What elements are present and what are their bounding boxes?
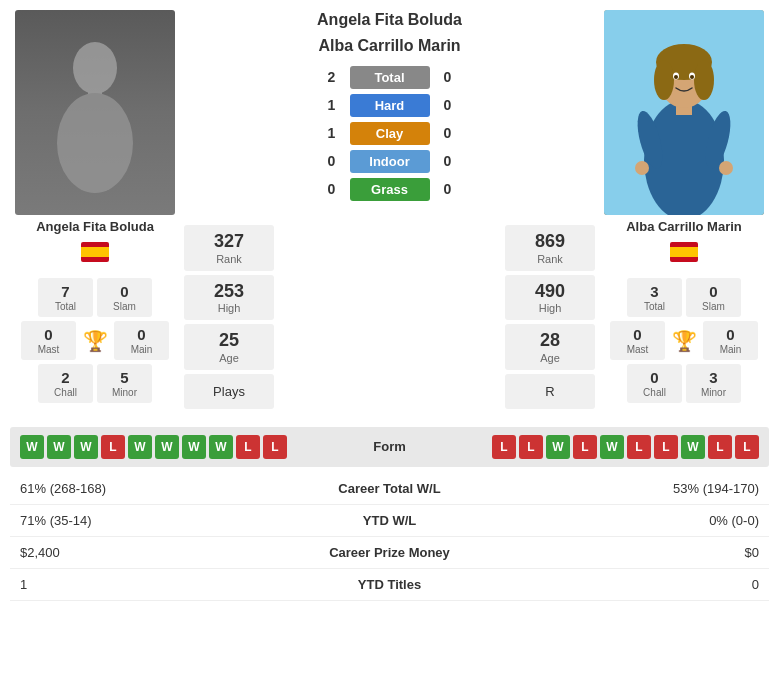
total-badge: Total — [350, 66, 430, 89]
surface-row-clay: 1 Clay 0 — [278, 122, 501, 145]
left-mast-box: 0 Mast — [21, 321, 76, 360]
left-main-value: 0 — [122, 326, 161, 344]
right-mast-box: 0 Mast — [610, 321, 665, 360]
svg-point-8 — [654, 60, 674, 100]
form-badge-right: L — [735, 435, 759, 459]
form-badge-right: L — [519, 435, 543, 459]
svg-point-17 — [719, 161, 733, 175]
main-container: Angela Fita Boluda 7 Total 0 Slam — [0, 0, 779, 601]
left-minor-box: 5 Minor — [97, 364, 152, 403]
surface-rows: 2 Total 0 1 Hard 0 1 Clay 0 0 — [278, 66, 501, 201]
left-center-stats: 327 Rank 253 High 25 Age Plays — [184, 225, 274, 409]
svg-point-0 — [73, 42, 117, 94]
right-high-value: 490 — [509, 281, 591, 303]
right-total-box: 3 Total — [627, 278, 682, 317]
left-total-label: Total — [46, 301, 85, 312]
left-age-box: 25 Age — [184, 324, 274, 370]
right-player-area: Alba Carrillo Marin 3 Total 0 Slam — [599, 10, 769, 403]
trophy-right: 🏆 — [669, 321, 699, 360]
form-badge-right: W — [546, 435, 570, 459]
right-center-stats: 869 Rank 490 High 28 Age R — [505, 225, 595, 409]
left-flag-icon — [81, 242, 109, 262]
left-high-value: 253 — [188, 281, 270, 303]
stat-center-label: YTD W/L — [276, 504, 504, 536]
left-main-box: 0 Main — [114, 321, 169, 360]
right-age-box: 28 Age — [505, 324, 595, 370]
stat-right-val: 0 — [503, 568, 769, 600]
stat-right-val: 53% (194-170) — [503, 473, 769, 505]
clay-score-left: 1 — [322, 125, 342, 141]
indoor-score-right: 0 — [438, 153, 458, 169]
right-player-photo — [604, 10, 764, 215]
form-label: Form — [373, 439, 406, 454]
right-total-label: Total — [635, 301, 674, 312]
left-age-value: 25 — [188, 330, 270, 352]
form-badge-right: L — [627, 435, 651, 459]
table-row: $2,400 Career Prize Money $0 — [10, 536, 769, 568]
form-badge-left: L — [263, 435, 287, 459]
right-high-label: High — [509, 302, 591, 314]
svg-point-12 — [674, 75, 678, 79]
right-main-label: Main — [711, 344, 750, 355]
left-plays-label: Plays — [188, 380, 270, 403]
right-slam-label: Slam — [694, 301, 733, 312]
left-plays-box: Plays — [184, 374, 274, 409]
right-chall-value: 0 — [635, 369, 674, 387]
surface-row-grass: 0 Grass 0 — [278, 178, 501, 201]
career-stats-table: 61% (268-168) Career Total W/L 53% (194-… — [10, 473, 769, 601]
left-stats-row-2: 0 Mast 🏆 0 Main — [10, 321, 180, 360]
right-rank-box: 869 Rank — [505, 225, 595, 271]
form-badge-left: W — [20, 435, 44, 459]
left-rank-value: 327 — [188, 231, 270, 253]
left-minor-label: Minor — [105, 387, 144, 398]
left-stats-row-3: 2 Chall 5 Minor — [10, 364, 180, 403]
right-rank-value: 869 — [509, 231, 591, 253]
left-mast-label: Mast — [29, 344, 68, 355]
left-mast-value: 0 — [29, 326, 68, 344]
left-slam-label: Slam — [105, 301, 144, 312]
right-flag-icon — [670, 242, 698, 262]
right-player-name-header: Alba Carrillo Marin — [318, 36, 460, 57]
stat-left-val: 1 — [10, 568, 276, 600]
right-plays-box: R — [505, 374, 595, 409]
form-badge-right: W — [600, 435, 624, 459]
form-badge-left: W — [209, 435, 233, 459]
stat-left-val: 61% (268-168) — [10, 473, 276, 505]
left-slam-box: 0 Slam — [97, 278, 152, 317]
form-badge-left: L — [236, 435, 260, 459]
left-slam-value: 0 — [105, 283, 144, 301]
right-total-value: 3 — [635, 283, 674, 301]
left-player-stats: 7 Total 0 Slam 0 Mast 🏆 — [10, 278, 180, 403]
indoor-badge: Indoor — [350, 150, 430, 173]
stat-left-val: 71% (35-14) — [10, 504, 276, 536]
left-main-label: Main — [122, 344, 161, 355]
surface-row-hard: 1 Hard 0 — [278, 94, 501, 117]
total-score-left: 2 — [322, 69, 342, 85]
table-row: 71% (35-14) YTD W/L 0% (0-0) — [10, 504, 769, 536]
right-mast-label: Mast — [618, 344, 657, 355]
left-player-flag — [81, 238, 109, 264]
svg-point-2 — [57, 93, 133, 193]
form-badge-left: W — [182, 435, 206, 459]
right-slam-value: 0 — [694, 283, 733, 301]
form-badge-left: W — [128, 435, 152, 459]
svg-point-13 — [690, 75, 694, 79]
hard-badge: Hard — [350, 94, 430, 117]
right-rank-label: Rank — [509, 253, 591, 265]
right-player-stats: 3 Total 0 Slam 0 Mast 🏆 — [599, 278, 769, 403]
left-player-name-header: Angela Fita Boluda — [317, 10, 462, 31]
form-badge-right: L — [654, 435, 678, 459]
left-player-photo — [15, 10, 175, 215]
left-chall-box: 2 Chall — [38, 364, 93, 403]
left-total-value: 7 — [46, 283, 85, 301]
form-badge-left: W — [155, 435, 179, 459]
right-stats-row-1: 3 Total 0 Slam — [599, 278, 769, 317]
stat-center-label: Career Prize Money — [276, 536, 504, 568]
clay-badge: Clay — [350, 122, 430, 145]
trophy-icon-right: 🏆 — [672, 329, 697, 353]
left-high-box: 253 High — [184, 275, 274, 321]
stat-center-label: YTD Titles — [276, 568, 504, 600]
left-rank-box: 327 Rank — [184, 225, 274, 271]
form-section: WWWLWWWWLL Form LLWLWLLWLL — [10, 427, 769, 467]
right-player-name: Alba Carrillo Marin — [626, 219, 742, 234]
